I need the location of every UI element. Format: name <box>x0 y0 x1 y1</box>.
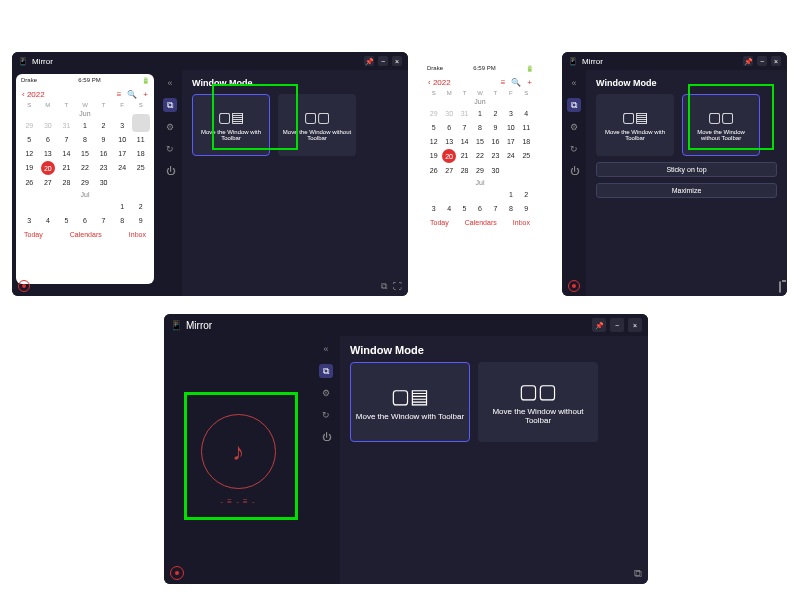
list-icon[interactable]: ≡ <box>117 90 122 99</box>
window-toolbar-icon: ▢▤ <box>391 384 429 408</box>
move-without-toolbar-card[interactable]: ▢▢ Move the Window without Toolbar <box>682 94 760 156</box>
month-label-jun: Jun <box>422 96 538 107</box>
panel-title: Window Mode <box>192 78 398 88</box>
card-label: Move the Window with Toolbar <box>600 129 670 141</box>
back-year-button[interactable]: ‹ 2022 <box>428 78 451 87</box>
pin-button[interactable]: 📌 <box>592 318 606 332</box>
search-icon[interactable]: 🔍 <box>127 90 137 99</box>
calendars-button[interactable]: Calendars <box>465 219 497 226</box>
history-icon[interactable]: ↻ <box>163 142 177 156</box>
add-event-button[interactable]: + <box>143 90 148 99</box>
settings-icon[interactable]: ⚙ <box>319 386 333 400</box>
sidebar: « ⧉ ⚙ ↻ ⏻ <box>562 70 586 296</box>
calendar-navbar: ‹ 2022 ≡ 🔍 + <box>16 87 154 102</box>
minimize-button[interactable]: − <box>610 318 624 332</box>
mirror-window-2: 📱 Mirror 📌 − × « ⧉ ⚙ ↻ ⏻ Window Mode ▢▤ … <box>562 52 787 296</box>
pin-button[interactable]: 📌 <box>364 56 374 66</box>
inbox-button[interactable]: Inbox <box>129 231 146 238</box>
carrier-label: Drake <box>21 77 37 84</box>
history-icon[interactable]: ↻ <box>567 142 581 156</box>
card-label: Move the Window with Toolbar <box>356 412 464 421</box>
window-toolbar-icon: ▢▤ <box>218 109 244 125</box>
settings-panel: Window Mode ▢▤ Move the Window with Tool… <box>182 70 408 296</box>
move-with-toolbar-card[interactable]: ▢▤ Move the Window with Toolbar <box>596 94 674 156</box>
list-icon[interactable]: ≡ <box>501 78 506 87</box>
collapse-icon[interactable]: « <box>319 342 333 356</box>
search-icon[interactable]: 🔍 <box>511 78 521 87</box>
equalizer-icon: - ≡ - ≡ - <box>220 497 255 506</box>
close-button[interactable]: × <box>771 56 781 66</box>
carrier-label: Drake <box>427 65 443 72</box>
close-button[interactable]: × <box>628 318 642 332</box>
titlebar: 📱 Mirror 📌 − × <box>12 52 408 70</box>
phone-statusbar: Drake 6:59 PM 🔋 <box>16 74 154 87</box>
window-plain-icon: ▢▢ <box>708 109 734 125</box>
sidebar: « ⧉ ⚙ ↻ ⏻ <box>312 336 340 584</box>
close-button[interactable]: × <box>392 56 402 66</box>
window-mode-icon[interactable]: ⧉ <box>319 364 333 378</box>
history-icon[interactable]: ↻ <box>319 408 333 422</box>
move-with-toolbar-card[interactable]: ▢▤ Move the Window with Toolbar <box>192 94 270 156</box>
mirrored-device-panel: ♪ - ≡ - ≡ - <box>164 336 312 584</box>
inbox-button[interactable]: Inbox <box>513 219 530 226</box>
move-without-toolbar-card[interactable]: ▢▢ Move the Window without Toolbar <box>478 362 598 442</box>
back-year-button[interactable]: ‹ 2022 <box>22 90 45 99</box>
window-mode-icon[interactable]: ⧉ <box>567 98 581 112</box>
today-button[interactable]: Today <box>430 219 449 226</box>
card-label: Move the Window without Toolbar <box>687 129 755 141</box>
minimize-button[interactable]: − <box>378 56 388 66</box>
settings-icon[interactable]: ⚙ <box>163 120 177 134</box>
card-label: Move the Window with Toolbar <box>197 129 265 141</box>
cast-icon: 📱 <box>568 57 578 66</box>
collapse-icon[interactable]: « <box>163 76 177 90</box>
settings-panel: Window Mode ▢▤ Move the Window with Tool… <box>340 336 648 584</box>
power-icon[interactable]: ⏻ <box>567 164 581 178</box>
calendar-grid-jun[interactable]: 2930311234 567891011 12131415161718 1920… <box>422 107 538 177</box>
time-label: 6:59 PM <box>473 65 495 72</box>
settings-panel: Window Mode ▢▤ Move the Window with Tool… <box>586 70 787 296</box>
settings-icon[interactable]: ⚙ <box>567 120 581 134</box>
sidebar: « ⧉ ⚙ ↻ ⏻ <box>158 70 182 296</box>
fullscreen-icon[interactable]: ⛶ <box>393 281 402 292</box>
floating-thumb[interactable] <box>132 114 150 132</box>
capture-icon[interactable]: ⧉ <box>381 281 387 292</box>
move-without-toolbar-card[interactable]: ▢▢ Move the Window without Toolbar <box>278 94 356 156</box>
record-button[interactable] <box>568 280 580 292</box>
window-plain-icon: ▢▢ <box>519 379 557 403</box>
battery-icon: 🔋 <box>526 65 533 72</box>
time-label: 6:59 PM <box>78 77 100 84</box>
card-label: Move the Window without Toolbar <box>282 129 352 141</box>
calendar-grid-jul[interactable]: 12 3456789 <box>422 188 538 215</box>
record-button[interactable] <box>170 566 184 580</box>
phone-screen: Drake 6:59 PM 🔋 ‹ 2022 ≡ 🔍 + SMTWTFS Jun <box>16 74 154 284</box>
cast-icon: 📱 <box>170 320 182 331</box>
maximize-button[interactable]: Maximize <box>596 183 777 198</box>
mirrored-device-panel: Drake 6:59 PM 🔋 ‹ 2022 ≡ 🔍 + SMTWTFS Jun <box>12 70 158 296</box>
window-title: Mirror <box>32 57 53 66</box>
card-label: Move the Window without Toolbar <box>482 407 594 425</box>
mirror-window-1: 📱 Mirror 📌 − × Drake 6:59 PM 🔋 ‹ 2022 ≡ … <box>12 52 408 296</box>
capture-icon[interactable]: ⧉ <box>634 567 642 580</box>
add-event-button[interactable]: + <box>527 78 532 87</box>
power-icon[interactable]: ⏻ <box>319 430 333 444</box>
panel-title: Window Mode <box>596 78 777 88</box>
window-title: Mirror <box>186 320 212 331</box>
camera-icon[interactable] <box>779 282 781 292</box>
move-with-toolbar-card[interactable]: ▢▤ Move the Window with Toolbar <box>350 362 470 442</box>
calendar-grid-jul[interactable]: 12 3456789 <box>16 200 154 227</box>
minimize-button[interactable]: − <box>757 56 767 66</box>
month-label-jul: Jul <box>16 189 154 200</box>
power-icon[interactable]: ⏻ <box>163 164 177 178</box>
battery-icon: 🔋 <box>142 77 149 84</box>
mirror-window-3: 📱 Mirror 📌 − × ♪ - ≡ - ≡ - « ⧉ ⚙ ↻ ⏻ Win… <box>164 314 648 584</box>
window-plain-icon: ▢▢ <box>304 109 330 125</box>
panel-title: Window Mode <box>350 344 638 356</box>
pin-button[interactable]: 📌 <box>743 56 753 66</box>
calendars-button[interactable]: Calendars <box>70 231 102 238</box>
record-button[interactable] <box>18 280 30 292</box>
sticky-on-top-button[interactable]: Sticky on top <box>596 162 777 177</box>
collapse-icon[interactable]: « <box>567 76 581 90</box>
today-button[interactable]: Today <box>24 231 43 238</box>
month-label-jul: Jul <box>422 177 538 188</box>
window-mode-icon[interactable]: ⧉ <box>163 98 177 112</box>
